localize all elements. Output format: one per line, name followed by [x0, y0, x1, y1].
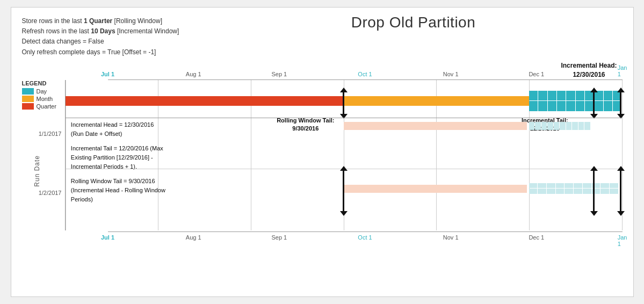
line1-suffix: [Rolling Window]	[114, 17, 162, 25]
line2-suffix: [Incremental Window]	[117, 27, 179, 35]
axis-bottom: Jul 1 Aug 1 Sep 1 Oct 1 Nov 1 Dec 1 Jan …	[108, 231, 623, 244]
quarter-label: Quarter	[37, 103, 56, 110]
day-label: Day	[37, 88, 47, 95]
axis-bottom-dec: Dec 1	[529, 234, 544, 241]
run-date-2-label: 1/2/2017	[39, 187, 62, 197]
axis-bottom-aug: Aug 1	[186, 234, 201, 241]
axis-bottom-oct: Oct 1	[358, 234, 372, 241]
axis-bottom-jan: Jan 1	[618, 234, 627, 247]
legend-item-quarter: Quarter	[22, 103, 64, 110]
quarter-bold: 1 Quarter	[84, 17, 112, 25]
legend-title: LEGEND	[22, 80, 64, 86]
month-bar-orange	[344, 96, 529, 106]
quarter-swatch	[22, 103, 34, 110]
days-bold: 10 Days	[91, 27, 115, 35]
info-line4: Only refresh complete days = True [Offse…	[22, 47, 205, 57]
inc-tail-annotation: Incremental Tail = 12/20/2016 (Max Exist…	[71, 144, 283, 171]
axis-bottom-jul: Jul 1	[101, 234, 114, 241]
month-label: Month	[37, 96, 53, 102]
run2-light-day	[529, 183, 618, 194]
run1-light-quarter	[344, 122, 527, 130]
inc-head-annotation: Incremental Head = 12/30/2016(Run Date +…	[71, 120, 283, 139]
rolling-tail-annotation: Rolling Window Tail = 9/30/2016 (Increme…	[71, 177, 283, 204]
axis-label-aug: Aug 1	[186, 71, 201, 77]
page-title: Drop Old Partition	[205, 14, 623, 31]
legend: LEGEND Day Month Quarter	[22, 80, 64, 111]
run-date-axis-label: Run Date	[33, 155, 41, 187]
row-separator	[66, 118, 622, 118]
axis-label-jan: Jan 1	[618, 64, 627, 77]
info-text: Store rows in the last 1 Quarter [Rollin…	[22, 16, 205, 57]
axis-top: Jul 1 Aug 1 Sep 1 Oct 1 Nov 1 Dec 1 Jan …	[108, 67, 623, 80]
row2-annotations: Incremental Head = 12/30/2016(Run Date +…	[71, 120, 283, 204]
day-swatch	[22, 88, 34, 95]
axis-label-jul: Jul 1	[101, 71, 114, 77]
rolling-window-tail-label: Rolling Window Tail:9/30/2016	[277, 117, 334, 133]
axis-label-sep: Sep 1	[271, 71, 287, 77]
legend-item-day: Day	[22, 88, 64, 95]
chart-area: Jul 1 Aug 1 Sep 1 Oct 1 Nov 1 Dec 1 Jan …	[22, 67, 623, 244]
main-container: Store rows in the last 1 Quarter [Rollin…	[11, 7, 634, 297]
legend-item-month: Month	[22, 96, 64, 102]
info-line2: Refresh rows in the last 10 Days [Increm…	[22, 26, 205, 37]
month-swatch	[22, 96, 34, 102]
info-line1: Store rows in the last 1 Quarter [Rollin…	[22, 16, 205, 26]
run2-light-quarter	[344, 185, 527, 193]
run1-light-day	[529, 122, 590, 130]
axis-label-oct: Oct 1	[358, 71, 372, 77]
grid-jan	[622, 80, 623, 230]
axis-label-nov: Nov 1	[443, 71, 459, 77]
quarter-bar-red	[66, 96, 344, 106]
run-date-1-label: 1/1/2017	[39, 128, 62, 138]
day-tiles-top	[529, 91, 622, 111]
axis-label-dec: Dec 1	[529, 71, 544, 77]
info-line3: Detect data changes = False	[22, 37, 205, 47]
axis-bottom-nov: Nov 1	[443, 234, 459, 241]
axis-bottom-sep: Sep 1	[271, 234, 287, 241]
top-section: Store rows in the last 1 Quarter [Rollin…	[22, 16, 623, 57]
